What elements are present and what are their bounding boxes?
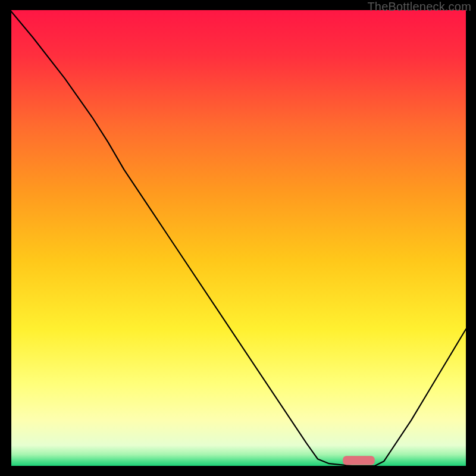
watermark: TheBottleneck.com <box>367 0 471 14</box>
x-axis <box>10 466 466 467</box>
optimum-marker <box>343 456 375 465</box>
chart-background <box>10 10 466 466</box>
bottleneck-chart <box>10 10 466 466</box>
y-axis <box>10 10 11 467</box>
